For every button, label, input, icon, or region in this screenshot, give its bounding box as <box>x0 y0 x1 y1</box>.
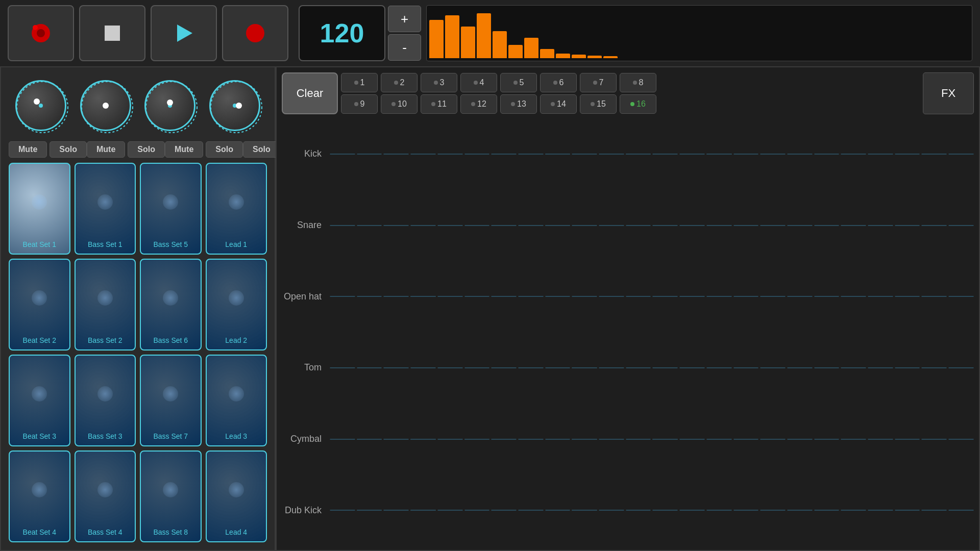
step-cell-3-20[interactable] <box>841 296 866 297</box>
step-cell-5-20[interactable] <box>841 439 866 440</box>
step-cell-1-9[interactable] <box>545 154 571 155</box>
step-cell-5-6[interactable] <box>464 439 490 440</box>
mute-1-button[interactable]: Mute <box>9 141 47 158</box>
step-cell-3-1[interactable] <box>330 296 355 297</box>
step-btn-14[interactable]: 14 <box>540 94 577 114</box>
step-cell-3-10[interactable] <box>572 296 597 297</box>
step-cell-3-13[interactable] <box>652 296 678 297</box>
step-cell-6-2[interactable] <box>357 510 382 511</box>
step-cell-3-24[interactable] <box>948 296 974 297</box>
step-cell-5-15[interactable] <box>706 439 732 440</box>
step-cell-6-3[interactable] <box>383 510 409 511</box>
step-cell-3-19[interactable] <box>814 296 840 297</box>
step-cell-5-1[interactable] <box>330 439 355 440</box>
step-cell-4-14[interactable] <box>679 367 705 368</box>
step-cell-1-1[interactable] <box>330 154 355 155</box>
step-cell-4-7[interactable] <box>491 367 517 368</box>
step-cell-2-24[interactable] <box>948 225 974 226</box>
step-cell-1-14[interactable] <box>679 154 705 155</box>
step-cell-5-10[interactable] <box>572 439 597 440</box>
step-cell-4-2[interactable] <box>357 367 382 368</box>
pad-4[interactable]: Lead 1 <box>206 163 267 255</box>
step-cell-4-18[interactable] <box>787 367 813 368</box>
step-cell-3-16[interactable] <box>733 296 759 297</box>
step-btn-5[interactable]: 5 <box>500 73 537 92</box>
step-cell-5-14[interactable] <box>679 439 705 440</box>
step-cell-4-11[interactable] <box>599 367 624 368</box>
step-cell-1-18[interactable] <box>787 154 813 155</box>
pad-11[interactable]: Bass Set 7 <box>140 355 202 446</box>
step-cell-6-11[interactable] <box>599 510 624 511</box>
step-cell-4-19[interactable] <box>814 367 840 368</box>
step-cell-1-16[interactable] <box>733 154 759 155</box>
knob-4[interactable] <box>209 80 260 131</box>
step-cell-1-4[interactable] <box>410 154 436 155</box>
step-cell-1-20[interactable] <box>841 154 866 155</box>
step-cell-6-14[interactable] <box>679 510 705 511</box>
step-cell-2-8[interactable] <box>518 225 544 226</box>
step-cell-1-17[interactable] <box>760 154 786 155</box>
mute-3-button[interactable]: Mute <box>165 141 203 158</box>
step-cell-2-20[interactable] <box>841 225 866 226</box>
step-cell-5-16[interactable] <box>733 439 759 440</box>
solo-1-button[interactable]: Solo <box>50 141 87 158</box>
step-cell-2-2[interactable] <box>357 225 382 226</box>
step-cell-3-9[interactable] <box>545 296 571 297</box>
step-cell-6-17[interactable] <box>760 510 786 511</box>
step-cell-6-6[interactable] <box>464 510 490 511</box>
step-cell-3-6[interactable] <box>464 296 490 297</box>
play-button[interactable] <box>151 5 217 61</box>
step-cell-5-4[interactable] <box>410 439 436 440</box>
step-cell-6-19[interactable] <box>814 510 840 511</box>
step-cell-3-8[interactable] <box>518 296 544 297</box>
step-cell-5-24[interactable] <box>948 439 974 440</box>
mute-2-button[interactable]: Mute <box>87 141 125 158</box>
pad-3[interactable]: Bass Set 5 <box>140 163 202 255</box>
step-cell-6-8[interactable] <box>518 510 544 511</box>
step-cell-4-4[interactable] <box>410 367 436 368</box>
solo-2-button[interactable]: Solo <box>128 141 165 158</box>
stop-button[interactable] <box>79 5 145 61</box>
step-cell-6-21[interactable] <box>868 510 893 511</box>
step-cell-6-24[interactable] <box>948 510 974 511</box>
step-cell-2-17[interactable] <box>760 225 786 226</box>
clear-button[interactable]: Clear <box>282 72 338 114</box>
knob-2[interactable] <box>80 80 131 131</box>
step-btn-3[interactable]: 3 <box>421 73 457 92</box>
pad-8[interactable]: Lead 2 <box>206 259 267 350</box>
pad-13[interactable]: Beat Set 4 <box>9 450 70 542</box>
step-cell-4-9[interactable] <box>545 367 571 368</box>
pad-1[interactable]: Beat Set 1 <box>9 163 70 255</box>
step-cell-3-18[interactable] <box>787 296 813 297</box>
step-cell-2-4[interactable] <box>410 225 436 226</box>
step-cell-3-12[interactable] <box>626 296 651 297</box>
step-cell-4-20[interactable] <box>841 367 866 368</box>
step-cell-4-22[interactable] <box>895 367 920 368</box>
step-cell-4-23[interactable] <box>921 367 947 368</box>
pad-12[interactable]: Lead 3 <box>206 355 267 446</box>
step-cell-1-22[interactable] <box>895 154 920 155</box>
step-cell-3-17[interactable] <box>760 296 786 297</box>
step-cell-1-15[interactable] <box>706 154 732 155</box>
step-cell-1-5[interactable] <box>437 154 463 155</box>
step-cell-2-18[interactable] <box>787 225 813 226</box>
step-cell-4-16[interactable] <box>733 367 759 368</box>
step-cell-5-17[interactable] <box>760 439 786 440</box>
step-btn-16[interactable]: 16 <box>620 94 656 114</box>
step-cell-5-23[interactable] <box>921 439 947 440</box>
step-cell-3-4[interactable] <box>410 296 436 297</box>
step-cell-1-8[interactable] <box>518 154 544 155</box>
pad-15[interactable]: Bass Set 8 <box>140 450 202 542</box>
bpm-plus-button[interactable]: + <box>388 6 421 32</box>
step-cell-4-21[interactable] <box>868 367 893 368</box>
pad-7[interactable]: Bass Set 6 <box>140 259 202 350</box>
step-cell-6-16[interactable] <box>733 510 759 511</box>
step-cell-6-9[interactable] <box>545 510 571 511</box>
step-cell-5-22[interactable] <box>895 439 920 440</box>
step-cell-6-1[interactable] <box>330 510 355 511</box>
step-btn-11[interactable]: 11 <box>421 94 457 114</box>
step-cell-6-20[interactable] <box>841 510 866 511</box>
step-cell-1-21[interactable] <box>868 154 893 155</box>
step-cell-2-21[interactable] <box>868 225 893 226</box>
step-cell-5-11[interactable] <box>599 439 624 440</box>
